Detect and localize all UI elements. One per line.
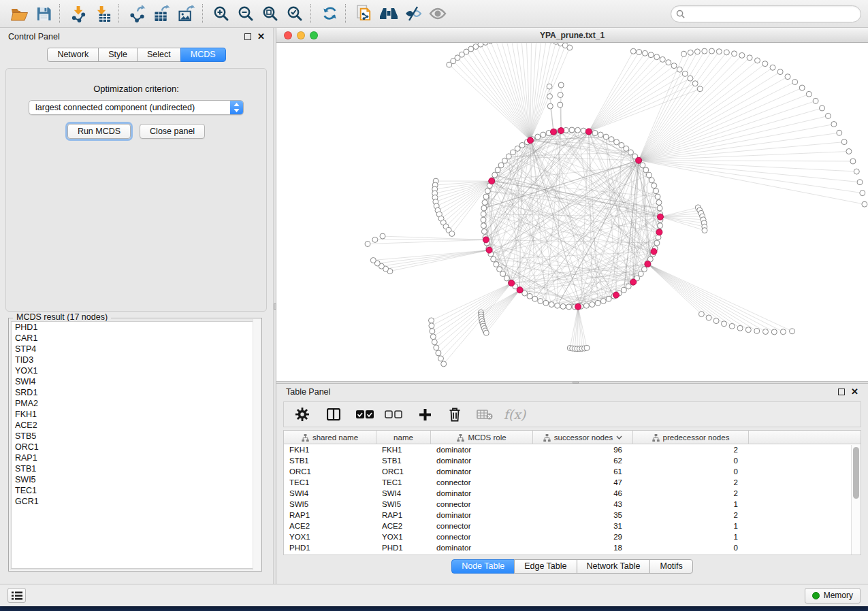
mcds-result-item[interactable]: GCR1 (12, 496, 259, 507)
export-image-button[interactable] (174, 3, 199, 24)
table-row[interactable]: YOX1YOX1connector291 (284, 531, 861, 542)
export-table-icon (153, 5, 171, 22)
cell-shared_name: ACE2 (284, 522, 376, 530)
table-row[interactable]: SWI5SWI5connector431 (284, 499, 861, 510)
toolbar-search[interactable] (671, 5, 861, 22)
mcds-result-item[interactable]: TID3 (12, 354, 259, 365)
mcds-result-item[interactable]: CAR1 (12, 333, 259, 344)
show-all-button[interactable] (425, 3, 450, 24)
delete-column-button[interactable] (442, 403, 468, 425)
select-all-button[interactable] (352, 403, 378, 425)
search-input[interactable] (688, 9, 856, 18)
mcds-result-list[interactable]: PHD1CAR1STP4TID3YOX1SWI4SRD1PMA2FKH1ACE2… (11, 321, 259, 569)
horizontal-splitter[interactable] (276, 381, 868, 384)
table-row[interactable]: ORC1ORC1dominator610 (284, 466, 861, 477)
refresh-network-button[interactable] (317, 3, 342, 24)
table-row[interactable]: PHD1PHD1dominator180 (284, 542, 861, 553)
column-type-icon (302, 434, 309, 442)
first-neighbors-button[interactable] (376, 3, 401, 24)
tab-node-table[interactable]: Node Table (451, 559, 515, 574)
column-header-predecessor_nodes[interactable]: predecessor nodes (633, 431, 749, 444)
close-panel-icon[interactable]: ✕ (851, 389, 858, 395)
save-session-button[interactable] (31, 3, 56, 24)
hide-selected-button[interactable] (401, 3, 425, 24)
table-row[interactable]: RAP1RAP1dominator352 (284, 510, 861, 521)
scrollbar-thumb[interactable] (853, 447, 859, 499)
mcds-result-item[interactable]: FKH1 (12, 409, 259, 420)
memory-button[interactable]: Memory (805, 588, 861, 604)
mcds-result-item[interactable]: TEC1 (12, 485, 259, 496)
network-graph[interactable] (276, 43, 868, 381)
tab-style[interactable]: Style (98, 48, 138, 62)
minimize-traffic-light[interactable] (297, 31, 305, 39)
zoom-in-button[interactable] (209, 3, 234, 24)
cell-successor_nodes: 18 (533, 544, 633, 552)
column-header-name[interactable]: name (376, 431, 431, 444)
table-row[interactable]: STB1STB1dominator620 (284, 455, 861, 466)
deselect-all-button[interactable] (381, 403, 406, 425)
splitter-grip[interactable] (573, 382, 579, 384)
cell-mcds_role: connector (431, 533, 533, 541)
mcds-result-item[interactable]: RAP1 (12, 452, 259, 463)
import-network-button[interactable] (66, 3, 91, 24)
fx-icon: f(x) (504, 407, 526, 422)
mcds-result-item[interactable]: PMA2 (12, 398, 259, 409)
table-scrollbar[interactable] (851, 445, 861, 555)
mcds-result-item[interactable]: SWI5 (12, 474, 259, 485)
mcds-result-item[interactable]: STB1 (12, 463, 259, 474)
column-header-mcds_role[interactable]: MCDS role (431, 431, 533, 444)
mcds-result-item[interactable]: STP4 (12, 344, 259, 354)
import-table-button[interactable] (91, 3, 115, 24)
close-panel-button[interactable]: Close panel (140, 124, 205, 139)
optimization-criterion-label: Optimization criterion: (6, 84, 266, 94)
column-header-successor_nodes[interactable]: successor nodes (533, 431, 633, 444)
export-table-button[interactable] (150, 3, 174, 24)
optimization-criterion-select[interactable]: largest connected component (undirected) (29, 100, 244, 115)
cell-name: STB1 (376, 457, 431, 465)
tab-network[interactable]: Network (47, 48, 99, 62)
table-settings-button[interactable] (289, 403, 315, 425)
float-window-icon[interactable] (244, 33, 251, 40)
table-row[interactable]: FKH1FKH1dominator962 (284, 444, 861, 455)
cell-predecessor_nodes: 2 (633, 489, 749, 497)
toolbar-separator (202, 4, 206, 23)
table-row[interactable]: ACE2ACE2connector311 (284, 521, 861, 531)
tab-network-table[interactable]: Network Table (577, 559, 651, 574)
clone-network-button[interactable] (352, 3, 376, 24)
zoom-traffic-light[interactable] (310, 31, 318, 39)
open-file-button[interactable] (7, 3, 31, 24)
mcds-result-item[interactable]: PHD1 (12, 322, 259, 333)
open-folder-icon (10, 6, 29, 22)
tab-motifs[interactable]: Motifs (649, 559, 692, 574)
mcds-list-scrollbar[interactable] (253, 319, 261, 570)
control-panel-titlebar: Control Panel ✕ (0, 28, 273, 46)
network-window-titlebar[interactable]: YPA_prune.txt_1 (276, 28, 868, 43)
zoom-out-button[interactable] (234, 3, 258, 24)
column-header-shared_name[interactable]: shared name (284, 431, 376, 444)
show-columns-button[interactable] (321, 403, 347, 425)
close-traffic-light[interactable] (284, 31, 292, 39)
close-panel-icon[interactable]: ✕ (257, 33, 265, 40)
tab-select[interactable]: Select (137, 48, 181, 62)
tab-mcds[interactable]: MCDS (180, 48, 226, 62)
mcds-result-item[interactable]: ACE2 (12, 420, 259, 431)
table-row[interactable]: SWI4SWI4dominator462 (284, 488, 861, 499)
float-window-icon[interactable] (838, 389, 845, 395)
zoom-fit-button[interactable] (258, 3, 283, 24)
mcds-result-item[interactable]: SRD1 (12, 387, 259, 398)
mcds-result-item[interactable]: SWI4 (12, 376, 259, 387)
network-canvas[interactable] (276, 43, 868, 381)
task-history-button[interactable] (7, 588, 26, 603)
create-column-button[interactable] (412, 403, 438, 425)
mcds-result-item[interactable]: STB5 (12, 431, 259, 442)
mcds-result-item[interactable]: ORC1 (12, 442, 259, 452)
function-builder-button[interactable]: f(x) (502, 403, 528, 425)
tab-edge-table[interactable]: Edge Table (514, 559, 577, 574)
search-icon (676, 10, 685, 18)
delete-table-button[interactable] (472, 403, 498, 425)
zoom-selected-button[interactable] (283, 3, 307, 24)
run-mcds-button[interactable]: Run MCDS (67, 124, 131, 139)
table-row[interactable]: TEC1TEC1connector472 (284, 477, 861, 488)
export-network-button[interactable] (125, 3, 150, 24)
mcds-result-item[interactable]: YOX1 (12, 365, 259, 376)
